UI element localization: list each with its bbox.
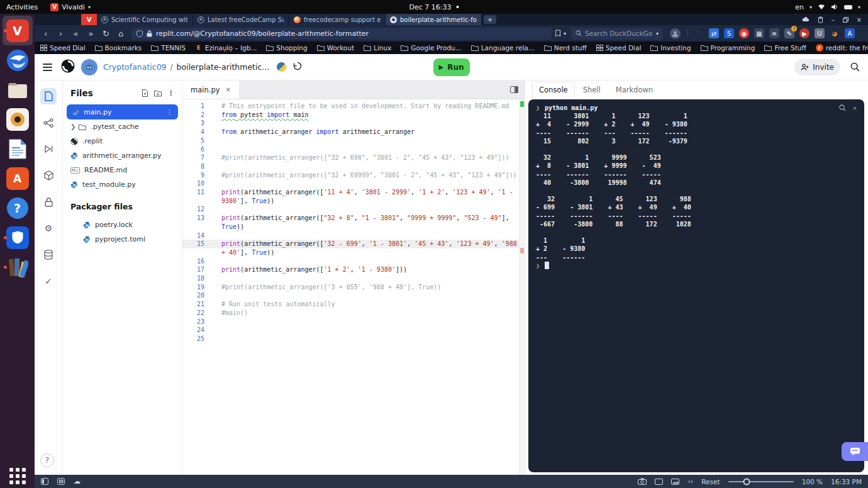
editor-tab-mainpy[interactable]: main.py × <box>182 80 239 99</box>
show-applications-button[interactable] <box>9 468 26 484</box>
tool-checks-icon[interactable]: ✓ <box>40 273 57 289</box>
browser-tab[interactable]: AScientific Computing with <box>97 14 193 25</box>
bookmark-item[interactable]: Google Produ... <box>401 44 461 52</box>
code-line[interactable]: 18 <box>182 274 525 283</box>
code-line[interactable]: 22#main() <box>182 309 525 318</box>
code-line[interactable]: 25 <box>182 335 525 343</box>
browser-tab[interactable]: ALatest freeCodeCamp Sup <box>193 14 289 25</box>
reading-list-icon[interactable]: ≡ <box>769 28 779 38</box>
code-line[interactable]: 12 <box>182 205 525 214</box>
run-button[interactable]: ▶ Run <box>433 58 470 76</box>
clock[interactable]: Dec 7 16:33 <box>409 3 459 11</box>
console-tab-markdown[interactable]: Markdown <box>609 82 660 98</box>
tool-run-tests-icon[interactable] <box>40 141 57 157</box>
bookmark-item[interactable]: Speed Dial <box>596 44 642 52</box>
privacy-shield-icon[interactable]: U <box>815 28 825 38</box>
files-launcher[interactable] <box>3 75 33 104</box>
console-tab-console[interactable]: Console <box>532 82 575 98</box>
chat-widget-button[interactable] <box>842 442 868 461</box>
bookmark-item[interactable]: Shopping <box>266 44 307 52</box>
tool-settings-icon[interactable]: ⚙ <box>40 220 57 236</box>
code-line[interactable]: 11print(arithmetic_arranger(['11 + 4', '… <box>182 188 525 205</box>
split-view-icon[interactable] <box>510 84 518 96</box>
tool-database-icon[interactable] <box>40 247 57 263</box>
home-button[interactable]: ⌂ <box>114 29 128 38</box>
close-button[interactable]: × <box>857 16 862 23</box>
file-row[interactable]: M↓README.md <box>63 163 182 177</box>
tool-secrets-icon[interactable] <box>40 194 57 210</box>
blocker-icon[interactable]: ◉ <box>739 28 749 38</box>
code-line[interactable]: 10 <box>182 179 525 188</box>
new-file-icon[interactable] <box>142 89 148 97</box>
zoom-reset-button[interactable]: Reset <box>701 478 720 485</box>
notes-icon[interactable]: ✎7 <box>784 28 794 38</box>
tracker-shield-icon[interactable] <box>136 30 143 37</box>
rhythmbox-launcher[interactable] <box>3 104 33 134</box>
avatar[interactable] <box>81 59 97 75</box>
bookmark-item[interactable]: EEzinaụlọ – Igb... <box>195 44 257 52</box>
file-menu-kebab-icon[interactable]: ⋮ <box>166 108 173 116</box>
profile-avatar[interactable] <box>670 28 681 39</box>
libreoffice-writer-launcher[interactable] <box>3 134 33 164</box>
system-tray[interactable]: en ▾ ▾ <box>795 3 868 11</box>
file-row[interactable]: .replit <box>63 134 182 148</box>
code-line[interactable]: 23 <box>182 318 525 326</box>
file-row[interactable]: test_module.py <box>63 177 182 192</box>
code-line[interactable]: 21# Run unit tests automatically <box>182 300 525 309</box>
code-line[interactable]: 4from arithmetic_arranger import arithme… <box>182 128 525 136</box>
forward-button[interactable]: › <box>53 29 68 38</box>
code-line[interactable]: 13print(arithmetic_arranger(["32 + 8", "… <box>182 214 525 231</box>
pixel-a-icon[interactable]: A <box>845 28 855 38</box>
browser-tab[interactable]: ◉boilerplate-arithmetic-for <box>386 14 482 25</box>
colorpicker-icon[interactable]: ◕ <box>830 28 840 38</box>
capture-camera-icon[interactable] <box>638 478 647 485</box>
code-editor[interactable]: 1# This entrypoint file to be used in de… <box>182 99 525 475</box>
invite-button[interactable]: Invite <box>794 59 840 75</box>
code-line[interactable]: 17print(arithmetic_arranger(['1 + 2', '1… <box>182 265 525 274</box>
address-bar[interactable]: replit.com/@Cryptofanatic09/boilerplate-… <box>131 28 552 40</box>
new-folder-icon[interactable] <box>154 90 162 97</box>
file-row[interactable]: poetry.lock <box>63 218 182 232</box>
minimize-button[interactable]: – <box>832 16 835 23</box>
bookmark-item[interactable]: Programming <box>701 44 755 52</box>
sync-icon[interactable] <box>802 17 810 23</box>
files-menu-kebab-icon[interactable]: ⋮ <box>167 89 174 97</box>
history-icon[interactable] <box>292 61 303 74</box>
editor-scrollbar[interactable] <box>519 99 525 475</box>
calibre-launcher[interactable] <box>3 252 33 282</box>
console-tab-shell[interactable]: Shell <box>576 82 608 98</box>
code-line[interactable]: 7#print(arithmetic_arranger(["32 + 698",… <box>182 153 525 162</box>
console-search-icon[interactable] <box>839 104 846 111</box>
panel-toggle-icon[interactable] <box>41 478 48 485</box>
app-menu[interactable]: V Vivaldi ▾ <box>50 3 91 11</box>
ubuntu-software-launcher[interactable]: A <box>3 164 33 193</box>
new-tab-button[interactable]: + <box>484 15 496 24</box>
zoom-slider[interactable] <box>728 481 794 482</box>
capture-image-icon[interactable] <box>671 479 679 485</box>
code-line[interactable]: 24 <box>182 326 525 335</box>
bookmark-item[interactable]: Nerd stuff <box>544 44 587 52</box>
code-line[interactable]: 6 <box>182 145 525 154</box>
browser-tab[interactable]: freecodecamp support em <box>289 14 386 25</box>
chevron-down-icon[interactable]: ▾ <box>564 31 566 36</box>
activities-button[interactable]: Activities <box>6 3 38 11</box>
code-line[interactable]: 2from pytest import main <box>182 111 525 119</box>
tool-files-icon[interactable] <box>40 88 57 104</box>
bookmark-item[interactable]: Bookmarks <box>95 44 142 52</box>
video-downloader-icon[interactable]: ▶ <box>799 28 810 38</box>
thunderbird-launcher[interactable] <box>3 45 33 75</box>
search-field[interactable]: Search DuckDuckGo ▾ <box>571 28 663 40</box>
code-line[interactable]: 19#print(arithmetic_arranger(['3 + 855',… <box>182 283 525 292</box>
code-line[interactable]: 3 <box>182 119 525 128</box>
bitwarden-launcher[interactable] <box>3 223 33 252</box>
code-line[interactable]: 15print(arithmetic_arranger(['32 - 699',… <box>182 240 525 257</box>
code-line[interactable]: 9#print(arithmetic_arranger(["32 + 69999… <box>182 171 525 180</box>
code-line[interactable]: 16 <box>182 257 525 266</box>
code-line[interactable]: 20 <box>182 291 525 300</box>
file-row[interactable]: main.py⋮ <box>67 104 178 119</box>
vivaldi-menu-button[interactable]: V <box>81 14 97 25</box>
breadcrumb-project[interactable]: boilerplate-arithmetic... <box>177 62 270 72</box>
hamburger-menu-icon[interactable] <box>43 62 52 73</box>
bookmark-item[interactable]: Language rela... <box>471 44 535 52</box>
tool-graph-icon[interactable] <box>40 114 57 131</box>
